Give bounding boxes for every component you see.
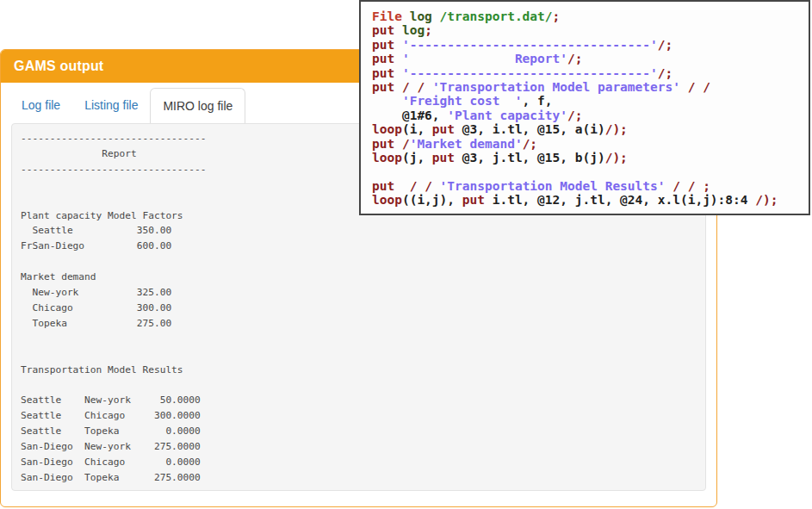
gams-code: File log /transport.dat/; put log; put '… [361, 2, 809, 213]
tab-listing-file[interactable]: Listing file [72, 88, 150, 123]
code-snippet-window: File log /transport.dat/; put log; put '… [359, 0, 810, 215]
tab-miro-log-file[interactable]: MIRO log file [150, 88, 245, 123]
panel-title: GAMS output [14, 59, 103, 73]
tab-log-file[interactable]: Log file [9, 88, 72, 123]
